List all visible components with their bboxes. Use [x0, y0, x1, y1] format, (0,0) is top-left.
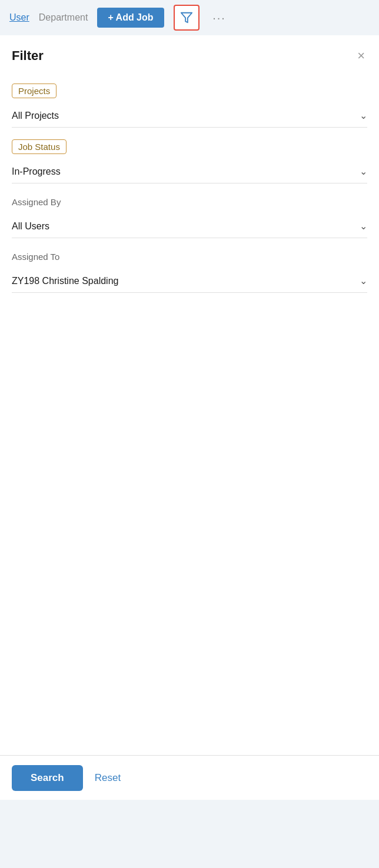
search-button[interactable]: Search	[12, 765, 83, 791]
assigned-by-label: Assigned By	[12, 195, 61, 209]
bottom-bar: Search Reset	[0, 755, 379, 800]
assigned-to-section: Assigned To ZY198 Christine Spalding ⌄	[0, 241, 379, 293]
filter-header: Filter ×	[0, 35, 379, 74]
projects-dropdown[interactable]: All Projects ⌄	[12, 104, 367, 128]
filter-title: Filter	[12, 48, 44, 64]
job-status-section: Job Status In-Progress ⌄	[0, 130, 379, 183]
filter-button[interactable]	[174, 5, 200, 31]
filter-panel: Filter × Projects All Projects ⌄ Job Sta…	[0, 35, 379, 800]
reset-button[interactable]: Reset	[95, 772, 121, 784]
job-status-label: Job Status	[12, 139, 67, 154]
job-status-chevron-icon: ⌄	[360, 166, 367, 177]
assigned-to-label: Assigned To	[12, 250, 59, 263]
assigned-to-dropdown[interactable]: ZY198 Christine Spalding ⌄	[12, 269, 367, 293]
assigned-by-section: Assigned By All Users ⌄	[0, 186, 379, 238]
job-status-value: In-Progress	[12, 166, 61, 177]
assigned-by-value: All Users	[12, 221, 49, 232]
projects-value: All Projects	[12, 111, 59, 121]
department-tab-link[interactable]: Department	[39, 12, 88, 23]
add-job-button[interactable]: + Add Job	[97, 8, 164, 28]
projects-chevron-icon: ⌄	[360, 110, 367, 121]
assigned-by-dropdown[interactable]: All Users ⌄	[12, 215, 367, 238]
job-status-dropdown[interactable]: In-Progress ⌄	[12, 160, 367, 183]
projects-section: Projects All Projects ⌄	[0, 74, 379, 128]
assigned-to-chevron-icon: ⌄	[360, 275, 367, 286]
filter-icon	[180, 11, 193, 24]
top-bar: User Department + Add Job ···	[0, 0, 379, 35]
svg-marker-0	[181, 13, 191, 23]
assigned-by-chevron-icon: ⌄	[360, 221, 367, 232]
more-options-button[interactable]: ···	[209, 7, 230, 28]
close-button[interactable]: ×	[355, 47, 367, 65]
assigned-to-value: ZY198 Christine Spalding	[12, 276, 118, 286]
projects-label: Projects	[12, 84, 56, 98]
user-tab-link[interactable]: User	[9, 12, 29, 23]
